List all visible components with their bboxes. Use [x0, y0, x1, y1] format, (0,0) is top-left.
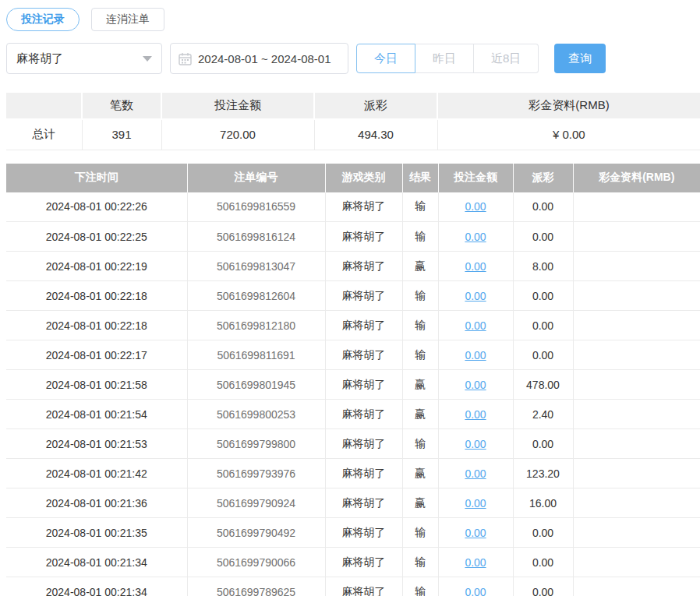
- jackpot-cell: [573, 400, 700, 429]
- order-id-cell: 5061699801945: [187, 370, 325, 400]
- bet-amount-cell: 0.00: [438, 488, 513, 518]
- game-cell: 麻将胡了: [325, 192, 402, 222]
- bet-amount-cell: 0.00: [438, 577, 513, 596]
- result-cell: 赢: [402, 252, 438, 281]
- bet-amount-link[interactable]: 0.00: [465, 438, 486, 450]
- table-row: 2024-08-01 00:22:265061699816559麻将胡了输0.0…: [6, 192, 700, 222]
- payout-cell: 0.00: [513, 518, 573, 548]
- bet-amount-cell: 0.00: [438, 311, 513, 340]
- payout-cell: 478.00: [513, 370, 573, 400]
- bet-time-cell: 2024-08-01 00:22:26: [6, 192, 187, 222]
- game-cell: 麻将胡了: [325, 518, 402, 548]
- bet-amount-link[interactable]: 0.00: [465, 319, 486, 332]
- game-cell: 麻将胡了: [325, 459, 402, 488]
- date-range-value: 2024-08-01 ~ 2024-08-01: [198, 52, 331, 65]
- bet-time-cell: 2024-08-01 00:21:54: [6, 400, 187, 429]
- payout-cell: 0.00: [513, 311, 573, 340]
- tab-bet-records[interactable]: 投注记录: [6, 8, 80, 31]
- order-id-cell: 5061699813047: [187, 252, 325, 281]
- bet-time-cell: 2024-08-01 00:21:34: [6, 548, 187, 577]
- result-cell: 输: [402, 340, 438, 370]
- jackpot-cell: [573, 548, 700, 577]
- payout-cell: 0.00: [513, 192, 573, 222]
- bet-amount-cell: 0.00: [438, 518, 513, 548]
- payout-cell: 0.00: [513, 222, 573, 252]
- order-id-cell: 5061699800253: [187, 400, 325, 429]
- result-cell: 输: [402, 311, 438, 340]
- jackpot-cell: [573, 429, 700, 459]
- table-row: 2024-08-01 00:21:365061699790924麻将胡了赢0.0…: [6, 488, 700, 518]
- date-range-input[interactable]: 2024-08-01 ~ 2024-08-01: [170, 43, 348, 74]
- bet-time-cell: 2024-08-01 00:21:34: [6, 577, 187, 596]
- quick-range-last8days[interactable]: 近8日: [474, 44, 539, 73]
- records-header-time: 下注时间: [6, 164, 187, 192]
- bet-amount-link[interactable]: 0.00: [465, 260, 486, 273]
- jackpot-cell: [573, 281, 700, 311]
- jackpot-cell: [573, 459, 700, 488]
- bet-time-cell: 2024-08-01 00:21:53: [6, 429, 187, 459]
- bet-time-cell: 2024-08-01 00:21:36: [6, 488, 187, 518]
- bet-amount-cell: 0.00: [438, 370, 513, 400]
- bet-amount-cell: 0.00: [438, 281, 513, 311]
- result-cell: 赢: [402, 488, 438, 518]
- quick-range-today[interactable]: 今日: [356, 44, 415, 73]
- game-cell: 麻将胡了: [325, 281, 402, 311]
- result-cell: 输: [402, 222, 438, 252]
- jackpot-cell: [573, 252, 700, 281]
- summary-header-payout: 派彩: [314, 93, 437, 119]
- calendar-icon: [179, 52, 192, 65]
- query-button[interactable]: 查询: [554, 44, 606, 73]
- bet-amount-cell: 0.00: [438, 252, 513, 281]
- table-row: 2024-08-01 00:21:585061699801945麻将胡了赢0.0…: [6, 370, 700, 400]
- bet-amount-link[interactable]: 0.00: [465, 467, 486, 480]
- bet-amount-link[interactable]: 0.00: [465, 379, 486, 391]
- game-select[interactable]: 麻将胡了: [6, 43, 162, 74]
- game-cell: 麻将胡了: [325, 577, 402, 596]
- payout-cell: 0.00: [513, 429, 573, 459]
- table-row: 2024-08-01 00:22:255061699816124麻将胡了输0.0…: [6, 222, 700, 252]
- bet-time-cell: 2024-08-01 00:22:18: [6, 281, 187, 311]
- bet-amount-link[interactable]: 0.00: [465, 200, 486, 213]
- bet-time-cell: 2024-08-01 00:22:25: [6, 222, 187, 252]
- result-cell: 赢: [402, 459, 438, 488]
- bet-amount-link[interactable]: 0.00: [465, 527, 486, 539]
- summary-table: 笔数 投注金额 派彩 彩金资料(RMB) 总计 391 720.00 494.3…: [6, 93, 700, 150]
- game-cell: 麻将胡了: [325, 252, 402, 281]
- summary-total-payout: 494.30: [314, 119, 437, 150]
- bet-amount-link[interactable]: 0.00: [465, 231, 486, 243]
- bet-time-cell: 2024-08-01 00:21:42: [6, 459, 187, 488]
- game-select-value: 麻将胡了: [16, 51, 63, 66]
- order-id-cell: 5061699799800: [187, 429, 325, 459]
- result-cell: 输: [402, 192, 438, 222]
- bet-amount-link[interactable]: 0.00: [465, 290, 486, 302]
- bet-amount-cell: 0.00: [438, 340, 513, 370]
- order-id-cell: 5061699790492: [187, 518, 325, 548]
- bet-amount-cell: 0.00: [438, 192, 513, 222]
- result-cell: 赢: [402, 400, 438, 429]
- bet-amount-link[interactable]: 0.00: [465, 408, 486, 421]
- payout-cell: 123.20: [513, 459, 573, 488]
- table-row: 2024-08-01 00:21:425061699793976麻将胡了赢0.0…: [6, 459, 700, 488]
- bet-amount-cell: 0.00: [438, 548, 513, 577]
- table-row: 2024-08-01 00:22:185061699812604麻将胡了输0.0…: [6, 281, 700, 311]
- game-cell: 麻将胡了: [325, 340, 402, 370]
- bet-amount-link[interactable]: 0.00: [465, 497, 486, 510]
- chevron-down-icon: [143, 56, 152, 62]
- summary-header-row: 笔数 投注金额 派彩 彩金资料(RMB): [6, 93, 700, 119]
- order-id-cell: 5061699811691: [187, 340, 325, 370]
- game-cell: 麻将胡了: [325, 400, 402, 429]
- bet-amount-link[interactable]: 0.00: [465, 349, 486, 361]
- result-cell: 输: [402, 548, 438, 577]
- bet-amount-link[interactable]: 0.00: [465, 556, 486, 569]
- bet-amount-cell: 0.00: [438, 400, 513, 429]
- order-id-cell: 5061699816559: [187, 192, 325, 222]
- tab-cancelled-orders[interactable]: 连消注单: [91, 8, 164, 31]
- table-row: 2024-08-01 00:22:185061699812180麻将胡了输0.0…: [6, 311, 700, 340]
- game-cell: 麻将胡了: [325, 429, 402, 459]
- payout-cell: 0.00: [513, 577, 573, 596]
- quick-range-yesterday[interactable]: 昨日: [415, 44, 474, 73]
- table-row: 2024-08-01 00:22:175061699811691麻将胡了输0.0…: [6, 340, 700, 370]
- result-cell: 赢: [402, 370, 438, 400]
- bet-amount-link[interactable]: 0.00: [465, 586, 486, 596]
- order-id-cell: 5061699812604: [187, 281, 325, 311]
